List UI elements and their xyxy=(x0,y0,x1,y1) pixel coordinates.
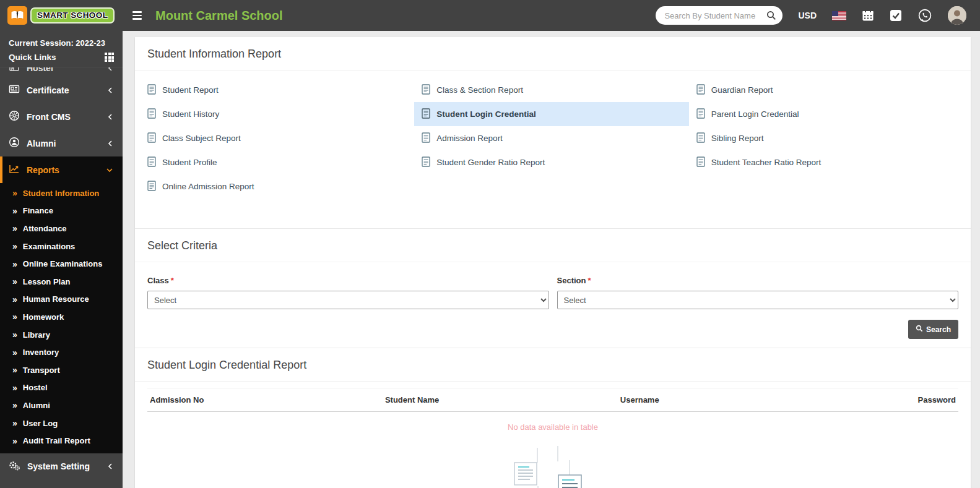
section-label: Section* xyxy=(557,276,591,285)
submenu-student-information[interactable]: »Student Information xyxy=(0,184,123,202)
credential-report-title: Student Login Credential Report xyxy=(135,348,971,382)
link-student-report[interactable]: Student Report xyxy=(140,78,414,102)
alumni-icon xyxy=(9,137,20,150)
class-label: Class* xyxy=(147,276,174,285)
todo-check-icon[interactable] xyxy=(890,9,902,22)
document-icon xyxy=(147,156,156,169)
document-icon xyxy=(696,84,705,96)
certificate-icon xyxy=(9,83,20,96)
document-icon xyxy=(147,84,156,96)
criteria-section-title: Select Criteria xyxy=(135,229,971,262)
class-select[interactable]: Select xyxy=(147,291,549,309)
credential-table: Admission No Student Name Username Passw… xyxy=(135,382,971,488)
student-search-input[interactable] xyxy=(664,11,766,20)
report-section-title: Student Information Report xyxy=(135,37,971,71)
criteria-form: Class* Select Section* Select Search xyxy=(135,262,971,348)
empty-state-illustration xyxy=(147,435,958,488)
submenu-attendance[interactable]: »Attendance xyxy=(0,220,123,238)
submenu-alumni[interactable]: »Alumni xyxy=(0,396,123,414)
submenu-inventory[interactable]: »Inventory xyxy=(0,343,123,361)
submenu-finance[interactable]: »Finance xyxy=(0,202,123,220)
link-sibling-report[interactable]: Sibling Report xyxy=(689,126,963,150)
currency-label[interactable]: USD xyxy=(798,11,817,20)
col-username[interactable]: Username xyxy=(618,388,845,412)
link-student-history[interactable]: Student History xyxy=(140,102,414,126)
document-icon xyxy=(147,181,156,193)
gears-icon xyxy=(9,460,20,473)
submenu-lesson-plan[interactable]: »Lesson Plan xyxy=(0,273,123,291)
sidebar-item-front-cms[interactable]: Front CMS xyxy=(0,103,123,130)
submenu-human-resource[interactable]: »Human Resource xyxy=(0,291,123,309)
submenu-homework[interactable]: »Homework xyxy=(0,308,123,326)
quick-links-label: Quick Links xyxy=(9,53,56,62)
sidebar-toggle-icon[interactable] xyxy=(132,11,142,20)
calendar-icon[interactable] xyxy=(862,9,874,22)
required-marker: * xyxy=(171,276,174,285)
link-student-gender-ratio-report[interactable]: Student Gender Ratio Report xyxy=(414,150,688,174)
col-password[interactable]: Password xyxy=(845,388,958,412)
submenu-online-examinations[interactable]: »Online Examinations xyxy=(0,255,123,273)
search-button-icon xyxy=(916,325,923,334)
col-admission-no[interactable]: Admission No xyxy=(147,388,383,412)
document-icon xyxy=(147,108,156,121)
document-icon xyxy=(422,108,430,121)
link-parent-login-credential[interactable]: Parent Login Credential xyxy=(689,102,963,126)
reports-chart-icon xyxy=(9,163,20,176)
top-header: SMART SCHOOL Mount Carmel School USD xyxy=(0,0,980,31)
reports-submenu: »Student Information »Finance »Attendanc… xyxy=(0,183,123,453)
document-icon xyxy=(696,108,705,121)
sidebar-item-reports[interactable]: Reports xyxy=(0,156,123,183)
link-admission-report[interactable]: Admission Report xyxy=(414,126,688,150)
quick-links[interactable]: Quick Links xyxy=(9,49,114,63)
current-session-label: Current Session: 2022-23 xyxy=(9,36,114,49)
document-icon xyxy=(696,156,705,169)
submenu-examinations[interactable]: »Examinations xyxy=(0,238,123,255)
language-flag-icon[interactable] xyxy=(832,11,846,20)
document-icon xyxy=(422,132,430,145)
sidebar-item-hostel-clipped[interactable]: Hostel xyxy=(0,67,123,77)
sidebar-item-system-setting[interactable]: System Setting xyxy=(0,453,123,480)
whatsapp-icon[interactable] xyxy=(917,8,932,23)
empty-table-message: No data available in table xyxy=(147,412,958,435)
document-icon xyxy=(147,132,156,145)
document-icon xyxy=(696,132,705,145)
submenu-transport[interactable]: »Transport xyxy=(0,361,123,379)
main-content: Student Information Report Student Repor… xyxy=(123,31,980,488)
search-icon[interactable] xyxy=(766,11,776,20)
required-marker: * xyxy=(588,276,591,285)
quick-links-grid-icon[interactable] xyxy=(105,53,114,62)
document-icon xyxy=(422,156,430,169)
sidebar-item-alumni[interactable]: Alumni xyxy=(0,130,123,156)
app-logo[interactable]: SMART SCHOOL xyxy=(0,0,123,31)
report-links-grid: Student Report Class & Section Report Gu… xyxy=(135,71,971,228)
sidebar-item-certificate[interactable]: Certificate xyxy=(0,77,123,103)
submenu-library[interactable]: »Library xyxy=(0,326,123,344)
link-student-teacher-ratio-report[interactable]: Student Teacher Ratio Report xyxy=(689,150,963,174)
front-cms-icon xyxy=(9,110,20,123)
link-online-admission-report[interactable]: Online Admission Report xyxy=(140,174,414,199)
book-logo-icon xyxy=(7,6,27,25)
submenu-hostel[interactable]: »Hostel xyxy=(0,379,123,397)
sidebar-nav: Current Session: 2022-23 Quick Links Hos… xyxy=(0,31,123,488)
link-student-profile[interactable]: Student Profile xyxy=(140,150,414,174)
search-button[interactable]: Search xyxy=(908,320,958,339)
submenu-audit-trail-report[interactable]: »Audit Trail Report xyxy=(0,432,123,450)
school-name-title: Mount Carmel School xyxy=(155,9,283,23)
document-icon xyxy=(422,84,430,96)
link-class-subject-report[interactable]: Class Subject Report xyxy=(140,126,414,150)
content-card: Student Information Report Student Repor… xyxy=(135,37,971,488)
user-avatar[interactable] xyxy=(948,6,966,25)
link-class-section-report[interactable]: Class & Section Report xyxy=(414,78,688,102)
link-student-login-credential[interactable]: Student Login Credential xyxy=(414,102,688,126)
section-select[interactable]: Select xyxy=(557,291,959,309)
hostel-icon xyxy=(9,67,20,74)
logo-text: SMART SCHOOL xyxy=(30,7,115,24)
link-guardian-report[interactable]: Guardian Report xyxy=(689,78,963,102)
col-student-name[interactable]: Student Name xyxy=(383,388,618,412)
student-search-box[interactable] xyxy=(656,6,783,25)
submenu-user-log[interactable]: »User Log xyxy=(0,414,123,432)
